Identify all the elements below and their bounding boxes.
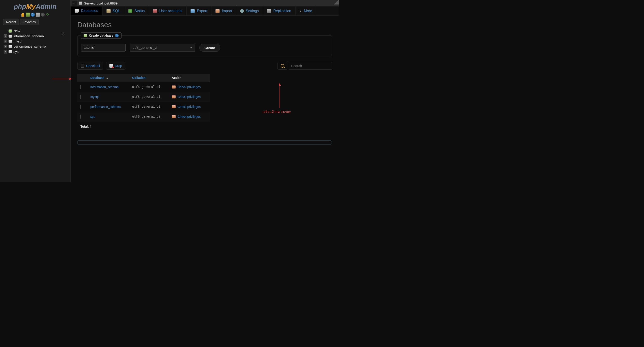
expand-icon[interactable]: + [4,34,7,38]
tree-item-information_schema[interactable]: +information_schema [4,34,68,39]
privileges-icon [172,115,176,118]
create-button[interactable]: Create [199,44,220,52]
sidebar-icon-row: ? ⟳ [1,12,70,19]
privileges-icon [172,105,176,108]
status-icon [128,9,132,13]
recent-tab[interactable]: Recent [3,19,19,25]
row-database-link[interactable]: mysql [90,95,132,99]
check-all-button[interactable]: Check all [77,62,103,70]
tab-label: Settings [246,9,259,13]
sql-query-icon[interactable] [36,12,40,17]
tab-databases[interactable]: Databases [70,6,102,16]
search-input[interactable] [289,62,332,70]
check-all-label: Check all [86,64,100,68]
tree-item-mysql[interactable]: +mysql [4,39,68,44]
user-accounts-icon [153,9,157,13]
check-privileges-link[interactable]: Check privileges [178,105,201,108]
search-icon-box[interactable] [278,62,288,70]
tree-item-label: mysql [14,39,22,43]
row-collation: utf8_general_ci [132,115,172,118]
tab-replication[interactable]: Replication [263,6,296,16]
toolbar-row: Check all Drop [77,62,332,70]
panel-resize-icon[interactable]: ⧖ [62,32,65,36]
tab-status[interactable]: Status [124,6,149,16]
check-privileges-link[interactable]: Check privileges [178,95,201,99]
drop-button[interactable]: Drop [106,62,126,70]
favorites-tab[interactable]: Favorites [20,19,39,25]
home-icon[interactable] [21,12,25,17]
logo-part-php: php [14,3,26,10]
tree-new-database[interactable]: New [4,28,68,34]
search-icon [281,64,284,68]
drop-label: Drop [115,64,122,68]
create-database-heading: Create database ? [81,32,122,39]
databases-icon [74,9,79,12]
bottom-panel [77,140,332,144]
logo[interactable]: phpMyAdmin [1,2,70,12]
help-icon[interactable]: ? [31,12,35,17]
refresh-icon[interactable]: ⟳ [46,12,50,17]
sort-ascending-icon: ▲ [106,77,108,79]
main-tabbar: DatabasesSQLStatusUser accountsExportImp… [70,6,339,16]
row-collation: utf8_general_ci [132,105,172,108]
sql-icon [106,9,110,13]
tab-label: Replication [274,9,291,13]
database-name-input[interactable] [81,44,126,52]
settings-icon[interactable] [41,12,45,17]
check-privileges-link[interactable]: Check privileges [178,85,201,89]
tab-sql[interactable]: SQL [102,6,124,16]
row-database-link[interactable]: performance_schema [90,105,132,108]
row-checkbox[interactable] [80,105,81,109]
table-row: mysqlutf8_general_ciCheck privileges [77,92,210,102]
row-database-link[interactable]: information_schema [90,85,132,89]
collapse-corner-icon[interactable] [334,0,339,4]
tab-label: Status [134,9,145,13]
chevron-down-icon: ▼ [190,46,192,49]
tab-import[interactable]: Import [212,6,236,16]
check-privileges-link[interactable]: Check privileges [178,115,201,118]
tree-new-label: New [14,29,20,33]
help-icon[interactable]: ? [115,34,119,37]
expand-icon[interactable]: + [4,45,7,48]
header-action: Action [172,76,182,80]
settings-icon [240,9,244,13]
logout-icon[interactable] [26,12,30,17]
more-icon: ▼ [300,10,302,12]
database-icon [8,40,12,43]
row-collation: utf8_general_ci [132,85,172,89]
expand-icon[interactable]: + [4,50,7,54]
tab-more[interactable]: ▼More [296,6,316,16]
tree-item-performance_schema[interactable]: +performance_schema [4,44,68,49]
row-checkbox[interactable] [80,85,81,89]
tab-settings[interactable]: Settings [236,6,263,16]
tab-label: Import [222,9,232,13]
row-checkbox[interactable] [80,114,81,119]
table-row: information_schemautf8_general_ciCheck p… [77,82,210,92]
annotation-arrow-horizontal [52,79,72,79]
table-row: sysutf8_general_ciCheck privileges [77,112,210,122]
row-checkbox[interactable] [80,95,81,99]
check-all-checkbox[interactable] [81,64,84,68]
expand-icon[interactable]: + [4,40,7,43]
logo-part-my: My [26,3,36,10]
header-database[interactable]: Database ▲ [90,76,132,80]
table-header: Database ▲ Collation Action [77,74,210,82]
import-icon [216,9,220,13]
back-button[interactable]: ← [72,1,77,6]
tab-label: SQL [113,9,120,13]
privileges-icon [172,86,176,88]
database-icon [8,50,12,53]
logo-part-admin: Admin [36,3,56,10]
privileges-icon [172,95,176,98]
create-database-heading-text: Create database [89,34,113,37]
collation-select[interactable]: utf8_general_ci ▼ [130,44,195,52]
row-database-link[interactable]: sys [90,115,132,118]
header-collation[interactable]: Collation [132,76,172,80]
sidebar: phpMyAdmin ? ⟳ Recent Favorites ⧖ New +i… [0,0,70,182]
database-icon [8,45,12,48]
tab-user-accounts[interactable]: User accounts [149,6,186,16]
tab-label: Export [197,9,207,13]
tree-item-sys[interactable]: +sys [4,49,68,54]
tab-export[interactable]: Export [186,6,212,16]
server-label[interactable]: Server: localhost:8889 [84,1,118,5]
